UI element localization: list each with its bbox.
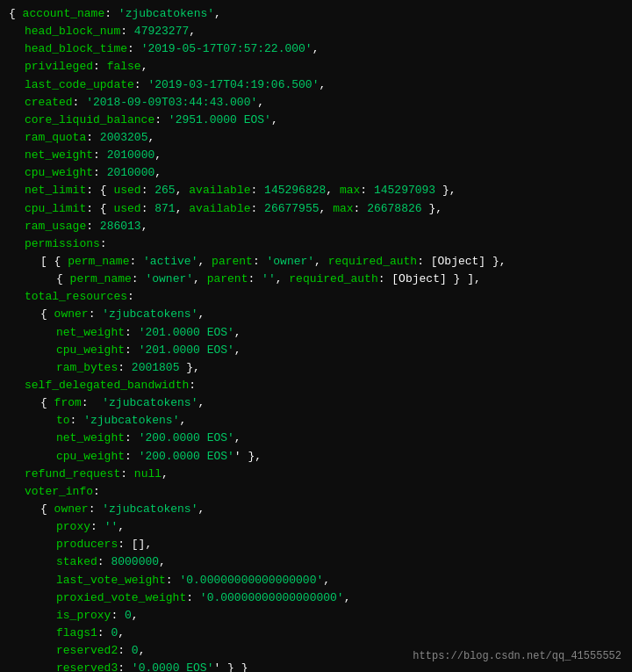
code-line: head_block_time: '2019-05-17T07:57:22.00… [9,40,623,58]
code-line: { owner: 'zjubcatokens', [9,501,623,518]
code-line: { account_name: 'zjubcatokens', [9,5,623,23]
code-line: net_weight: 2010000, [9,147,623,164]
code-line: head_block_num: 47923277, [9,23,623,40]
code-line: proxy: '', [9,518,623,536]
code-line: created: '2018-09-09T03:44:43.000', [9,94,623,112]
code-line: ram_bytes: 2001805 }, [9,359,623,377]
code-line: [ { perm_name: 'active', parent: 'owner'… [9,253,623,271]
code-line: net_limit: { used: 265, available: 14529… [9,182,623,199]
code-line: flags1: 0, [9,625,623,642]
code-line: net_weight: '201.0000 EOS', [9,324,623,342]
code-line: cpu_limit: { used: 871, available: 26677… [9,200,623,218]
code-line: is_proxy: 0, [9,607,623,625]
code-line: last_vote_weight: '0.00000000000000000', [9,572,623,589]
code-line: cpu_weight: '200.0000 EOS'' }, [9,448,623,466]
code-line: total_resources: [9,288,623,306]
code-line: proxied_vote_weight: '0.0000000000000000… [9,589,623,607]
code-line: cpu_weight: 2010000, [9,164,623,182]
code-line: { perm_name: 'owner', parent: '', requir… [9,271,623,288]
code-line: self_delegated_bandwidth: [9,377,623,394]
code-output: { account_name: 'zjubcatokens',head_bloc… [9,5,623,672]
code-line: last_code_update: '2019-03-17T04:19:06.5… [9,76,623,94]
code-line: privileged: false, [9,58,623,76]
code-line: permissions: [9,235,623,253]
code-line: producers: [], [9,536,623,553]
code-line: { from: 'zjubcatokens', [9,394,623,412]
watermark-text: https://blog.csdn.net/qq_41555552 [413,648,621,665]
code-line: staked: 8000000, [9,553,623,571]
code-line: { owner: 'zjubcatokens', [9,306,623,323]
code-line: cpu_weight: '201.0000 EOS', [9,342,623,359]
code-line: refund_request: null, [9,466,623,483]
code-line: ram_usage: 286013, [9,218,623,235]
code-line: core_liquid_balance: '2951.0000 EOS', [9,112,623,129]
code-line: ram_quota: 2003205, [9,129,623,147]
code-line: net_weight: '200.0000 EOS', [9,430,623,447]
code-line: voter_info: [9,483,623,501]
code-line: to: 'zjubcatokens', [9,412,623,430]
